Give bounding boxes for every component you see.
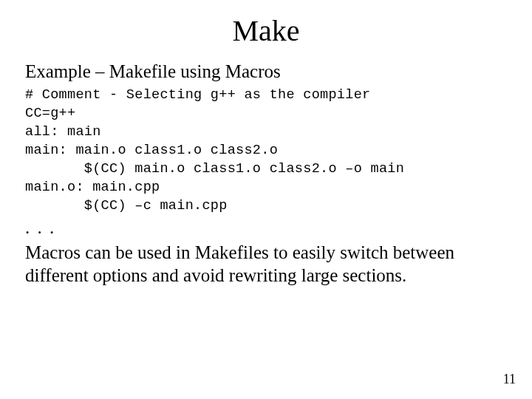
slide: Make Example – Makefile using Macros # C… [0, 0, 532, 399]
makefile-code-block: # Comment - Selecting g++ as the compile… [25, 86, 507, 216]
slide-title: Make [25, 13, 507, 48]
body-text: Macros can be used in Makefiles to easil… [25, 241, 507, 287]
ellipsis: . . . [25, 217, 507, 238]
page-number: 11 [503, 372, 516, 387]
example-subtitle: Example – Makefile using Macros [25, 61, 507, 82]
